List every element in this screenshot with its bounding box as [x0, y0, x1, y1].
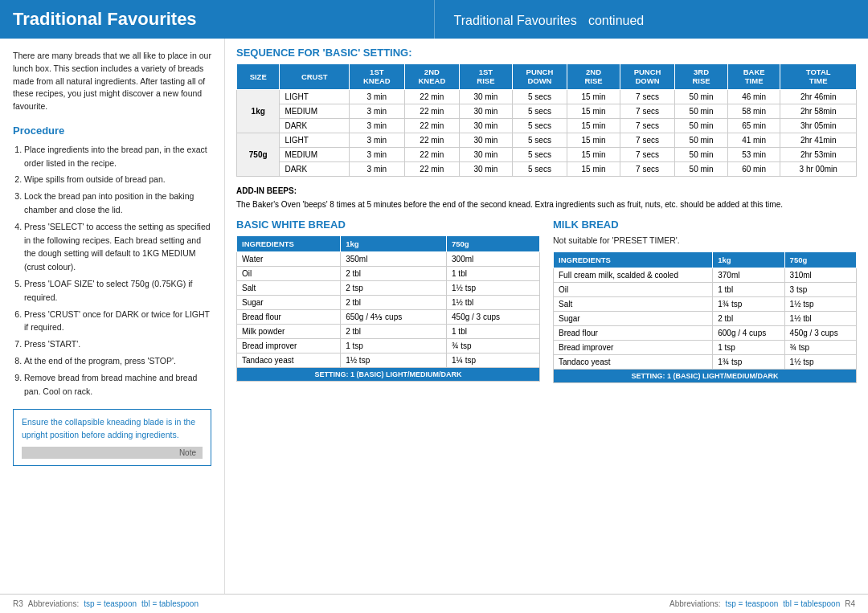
seq-cell: 15 min	[567, 133, 620, 147]
sequence-title: SEQUENCE FOR 'BASIC' SETTING:	[236, 47, 857, 59]
list-item: Place ingredients into the bread pan, in…	[24, 143, 211, 170]
not-suitable-text: Not suitable for 'PRESET TIMER'.	[553, 235, 857, 245]
ingredient-cell: 1 tsp	[713, 340, 784, 354]
ingredient-cell: ¾ tsp	[447, 338, 540, 353]
note-text: Ensure the collapsible kneading blade is…	[22, 416, 203, 442]
seq-cell: 15 min	[567, 89, 620, 104]
procedure-list: Place ingredients into the bread pan, in…	[13, 143, 211, 398]
ingredient-cell: 2 tbl	[341, 295, 447, 309]
ingredient-cell: 2 tsp	[341, 280, 447, 295]
seq-cell: 7 secs	[620, 133, 675, 147]
ingredient-cell: 1¾ tsp	[713, 296, 784, 311]
left-panel: There are many breads that we all like t…	[0, 39, 225, 594]
seq-cell: 3 hr 00min	[780, 161, 857, 176]
ingredient-cell: Tandaco yeast	[554, 354, 713, 369]
header-left-title: Traditional Favourites	[13, 9, 197, 30]
seq-cell: 15 min	[567, 147, 620, 161]
seq-cell: 3 min	[350, 104, 405, 118]
ingredient-cell: 1½ tsp	[341, 353, 447, 367]
ingredient-cell: 3 tsp	[784, 282, 856, 296]
seq-cell: 30 min	[460, 133, 513, 147]
seq-cell: 50 min	[675, 104, 728, 118]
seq-cell: 65 min	[727, 118, 780, 133]
seq-cell: LIGHT	[280, 133, 350, 147]
bw-col-ingredients: INGREDIENTS	[237, 235, 341, 251]
header-left: Traditional Favourites	[0, 0, 435, 39]
seq-cell: 2hr 46min	[780, 89, 857, 104]
mb-col-ingredients: INGREDIENTS	[554, 251, 713, 268]
col-header-bake: BAKETIME	[727, 64, 780, 90]
seq-cell: DARK	[280, 118, 350, 133]
add-in-beeps: ADD-IN BEEPS: The Baker's Oven 'beeps' 8…	[236, 185, 857, 210]
ingredient-cell: Full cream milk, scalded & cooled	[554, 268, 713, 282]
seq-cell: 2hr 53min	[780, 147, 857, 161]
bw-col-1kg: 1kg	[341, 235, 447, 251]
bw-col-750g: 750g	[447, 235, 540, 251]
ingredient-cell: 1¾ tsp	[713, 354, 784, 369]
main-content: There are many breads that we all like t…	[0, 39, 868, 594]
header-right-title: Traditional Favourites continued	[448, 9, 645, 30]
list-item: Wipe spills from outside of bread pan.	[24, 173, 211, 186]
footer-abbrev-label-right: Abbreviations:	[669, 599, 720, 608]
ingredient-cell: 370ml	[713, 268, 784, 282]
seq-size-cell: 1kg	[237, 89, 280, 133]
seq-cell: 22 min	[404, 161, 460, 176]
seq-cell: 5 secs	[512, 147, 567, 161]
ingredient-cell: 2 tbl	[713, 311, 784, 325]
col-header-knead1: 1STKNEAD	[350, 64, 405, 90]
ingredient-cell: Oil	[237, 266, 341, 280]
ingredient-cell: Bread improver	[554, 340, 713, 354]
ingredient-cell: 600g / 4 cups	[713, 325, 784, 340]
seq-cell: 2hr 41min	[780, 133, 857, 147]
seq-cell: 2hr 58min	[780, 104, 857, 118]
footer-tsp-right[interactable]: tsp = teaspoon	[725, 599, 778, 608]
basic-white-title: BASIC WHITE BREAD	[236, 219, 540, 231]
seq-cell: 50 min	[675, 118, 728, 133]
seq-cell: 3 min	[350, 118, 405, 133]
seq-cell: 7 secs	[620, 147, 675, 161]
seq-cell: 46 min	[727, 89, 780, 104]
mb-col-1kg: 1kg	[713, 251, 784, 268]
seq-cell: 5 secs	[512, 161, 567, 176]
col-header-rise1: 1STRISE	[460, 64, 513, 90]
footer-right: Abbreviations: tsp = teaspoon tbl = tabl…	[434, 599, 855, 608]
col-header-punch1: PUNCHDOWN	[512, 64, 567, 90]
ingredient-cell: 1 tbl	[713, 282, 784, 296]
seq-cell: 5 secs	[512, 118, 567, 133]
ingredient-cell: 450g / 3 cups	[447, 309, 540, 324]
footer-tbl-left[interactable]: tbl = tablespoon	[141, 599, 199, 608]
ingredient-cell: 350ml	[341, 251, 447, 266]
footer-tbl-right[interactable]: tbl = tablespoon	[783, 599, 840, 608]
ingredient-cell: 650g / 4⅓ cups	[341, 309, 447, 324]
milk-bread: MILK BREAD Not suitable for 'PRESET TIME…	[553, 219, 857, 383]
ingredient-cell: 300ml	[447, 251, 540, 266]
seq-cell: 15 min	[567, 161, 620, 176]
list-item: Press 'CRUST' once for DARK or twice for…	[24, 308, 211, 335]
basic-white-bread: BASIC WHITE BREAD INGREDIENTS 1kg 750g W…	[236, 219, 540, 383]
seq-cell: 3hr 05min	[780, 118, 857, 133]
footer-tsp-left[interactable]: tsp = teaspoon	[84, 599, 137, 608]
ingredient-cell: Bread flour	[554, 325, 713, 340]
seq-cell: 7 secs	[620, 161, 675, 176]
seq-cell: 50 min	[675, 133, 728, 147]
seq-cell: 41 min	[727, 133, 780, 147]
seq-cell: 15 min	[567, 118, 620, 133]
ingredient-cell: 2 tbl	[341, 266, 447, 280]
milk-bread-title: MILK BREAD	[553, 219, 857, 231]
seq-cell: DARK	[280, 161, 350, 176]
sequence-table: SIZE CRUST 1STKNEAD 2NDKNEAD 1STRISE PUN…	[236, 63, 857, 177]
footer-abbrev-label-left: Abbreviations:	[28, 599, 79, 608]
seq-cell: 3 min	[350, 89, 405, 104]
ingredient-cell: 1 tbl	[447, 324, 540, 338]
ingredient-cell: ¾ tsp	[784, 340, 856, 354]
procedure-title: Procedure	[13, 125, 211, 137]
ingredient-cell: 1½ tsp	[784, 354, 856, 369]
seq-cell: 30 min	[460, 104, 513, 118]
seq-cell: 5 secs	[512, 133, 567, 147]
ingredient-cell: Oil	[554, 282, 713, 296]
list-item: Press 'LOAF SIZE' to select 750g (0.75KG…	[24, 277, 211, 304]
seq-cell: 22 min	[404, 133, 460, 147]
ingredient-cell: Tandaco yeast	[237, 353, 341, 367]
ingredient-cell: 310ml	[784, 268, 856, 282]
page-footer: R3 Abbreviations: tsp = teaspoon tbl = t…	[0, 594, 868, 613]
